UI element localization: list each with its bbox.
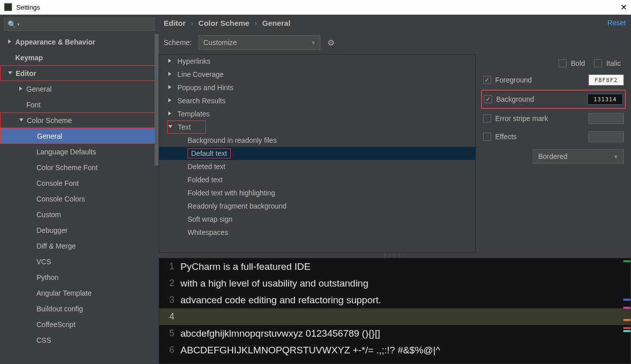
foreground-color[interactable]: F8F8F2 bbox=[588, 74, 624, 86]
gear-icon[interactable]: ⚙ bbox=[327, 38, 335, 48]
sidebar-item-label: Color Scheme Font bbox=[36, 164, 98, 172]
category-text-folded-text-with-highlighting[interactable]: Folded text with highlighting bbox=[159, 186, 475, 199]
preview-text: ABCDEFGHIJKLMNOPQRSTUVWXYZ +-*/= .,;:!? … bbox=[180, 345, 440, 356]
svg-marker-0 bbox=[8, 39, 11, 44]
search-icon: 🔍 bbox=[8, 20, 16, 28]
preview-editor[interactable]: 1PyCharm is a full-featured IDE2with a h… bbox=[159, 258, 631, 364]
sidebar-item-font[interactable]: Font bbox=[0, 97, 159, 112]
preview-text: with a high level of usability and outst… bbox=[180, 278, 368, 289]
stripe-color[interactable] bbox=[588, 113, 624, 124]
titlebar: Settings ✕ bbox=[0, 0, 631, 15]
preview-line: 3advanced code editing and refactoring s… bbox=[159, 292, 630, 308]
sidebar-item-python[interactable]: Python bbox=[0, 269, 159, 285]
sidebar-item-keymap[interactable]: Keymap bbox=[0, 50, 159, 65]
splitter-handle[interactable]: : : : : : bbox=[159, 253, 631, 258]
scheme-value: Customize bbox=[203, 38, 237, 47]
category-line-coverage[interactable]: Line Coverage bbox=[159, 68, 475, 81]
category-panel: HyperlinksLine CoveragePopups and HintsS… bbox=[159, 54, 476, 253]
sidebar-item-console-font[interactable]: Console Font bbox=[0, 175, 159, 191]
close-icon[interactable]: ✕ bbox=[620, 3, 627, 12]
sidebar-item-label: Editor bbox=[16, 69, 36, 77]
svg-marker-4 bbox=[168, 59, 171, 63]
line-number: 1 bbox=[159, 261, 174, 272]
sidebar-item-label: Buildout config bbox=[36, 305, 83, 313]
category-label: Folded text bbox=[188, 176, 222, 184]
category-list[interactable]: HyperlinksLine CoveragePopups and HintsS… bbox=[159, 55, 475, 252]
search-input[interactable]: 🔍 ▾ bbox=[4, 18, 155, 31]
category-text-deleted-text[interactable]: Deleted text bbox=[159, 160, 475, 173]
stripe-checkbox[interactable] bbox=[483, 114, 491, 123]
preview-line: 4 bbox=[159, 308, 630, 325]
sidebar-item-label: Appearance & Behavior bbox=[15, 38, 95, 46]
breadcrumb: Editor › Color Scheme › General Reset bbox=[159, 15, 631, 31]
effects-type-select[interactable]: Bordered ▼ bbox=[533, 149, 624, 164]
sidebar-item-label: Python bbox=[36, 273, 59, 281]
bold-label: Bold bbox=[571, 59, 585, 67]
sidebar-item-label: Color Scheme bbox=[27, 116, 72, 125]
breadcrumb-editor[interactable]: Editor bbox=[164, 19, 185, 27]
settings-tree[interactable]: Appearance & BehaviorKeymapEditorGeneral… bbox=[0, 34, 159, 364]
sidebar-item-buildout-config[interactable]: Buildout config bbox=[0, 301, 159, 316]
italic-label: Italic bbox=[606, 59, 621, 67]
preview-text: abcdefghijklmnopqrstuvwxyz 0123456789 ()… bbox=[180, 328, 380, 339]
effects-type-value: Bordered bbox=[538, 152, 568, 160]
sidebar-item-label: General bbox=[26, 85, 52, 93]
line-number: 6 bbox=[159, 345, 174, 355]
effects-checkbox[interactable] bbox=[483, 133, 491, 141]
sidebar-item-label: Diff & Merge bbox=[36, 242, 76, 250]
breadcrumb-general: General bbox=[262, 19, 290, 27]
sidebar-item-color-scheme[interactable]: Color Scheme bbox=[0, 112, 159, 128]
attributes-panel: Bold Italic Foreground F8F8F2 bbox=[476, 54, 631, 253]
effects-color[interactable] bbox=[588, 131, 624, 142]
reset-link[interactable]: Reset bbox=[607, 19, 626, 27]
category-text-readonly-fragment-background[interactable]: Readonly fragment background bbox=[159, 199, 475, 213]
chevron-down-icon: ▼ bbox=[311, 40, 316, 46]
sidebar-item-angular-template[interactable]: Angular Template bbox=[0, 285, 159, 301]
category-text-whitespaces[interactable]: Whitespaces bbox=[159, 226, 475, 239]
preview-line: 1PyCharm is a full-featured IDE bbox=[159, 258, 630, 275]
category-search-results[interactable]: Search Results bbox=[159, 94, 475, 107]
scrollbar[interactable] bbox=[155, 34, 159, 166]
bold-checkbox[interactable] bbox=[559, 59, 567, 67]
category-text-soft-wrap-sign[interactable]: Soft wrap sign bbox=[159, 213, 475, 226]
sidebar-item-general[interactable]: General bbox=[0, 128, 159, 144]
category-text[interactable]: Text bbox=[167, 120, 206, 134]
sidebar-item-coffeescript[interactable]: CoffeeScript bbox=[0, 316, 159, 332]
effects-label: Effects bbox=[495, 133, 517, 141]
category-label: Soft wrap sign bbox=[188, 215, 233, 223]
sidebar-item-label: Console Colors bbox=[36, 195, 85, 203]
sidebar-item-color-scheme-font[interactable]: Color Scheme Font bbox=[0, 159, 159, 175]
category-text-background-in-readonly-files[interactable]: Background in readonly files bbox=[159, 134, 475, 147]
sidebar: 🔍 ▾ Appearance & BehaviorKeymapEditorGen… bbox=[0, 15, 159, 364]
background-label: Background bbox=[496, 95, 534, 103]
category-hyperlinks[interactable]: Hyperlinks bbox=[159, 55, 475, 68]
sidebar-item-console-colors[interactable]: Console Colors bbox=[0, 191, 159, 207]
category-label: Text bbox=[178, 123, 191, 131]
sidebar-item-custom[interactable]: Custom bbox=[0, 207, 159, 222]
breadcrumb-colorscheme[interactable]: Color Scheme bbox=[198, 19, 249, 27]
scheme-select[interactable]: Customize ▼ bbox=[199, 35, 320, 50]
svg-marker-8 bbox=[168, 111, 171, 115]
svg-marker-2 bbox=[19, 87, 22, 91]
chevron-right-icon: › bbox=[254, 19, 257, 27]
sidebar-item-css[interactable]: CSS bbox=[0, 332, 159, 348]
sidebar-item-vcs[interactable]: VCS bbox=[0, 254, 159, 269]
line-number: 5 bbox=[159, 328, 174, 339]
sidebar-item-general[interactable]: General bbox=[0, 81, 159, 97]
sidebar-item-diff-merge[interactable]: Diff & Merge bbox=[0, 238, 159, 254]
sidebar-item-debugger[interactable]: Debugger bbox=[0, 222, 159, 238]
sidebar-item-editor[interactable]: Editor bbox=[0, 65, 159, 81]
sidebar-item-language-defaults[interactable]: Language Defaults bbox=[0, 144, 159, 159]
background-color[interactable]: 131314 bbox=[587, 94, 623, 105]
category-templates[interactable]: Templates bbox=[159, 107, 475, 120]
sidebar-item-label: CSS bbox=[36, 336, 51, 344]
category-popups-and-hints[interactable]: Popups and Hints bbox=[159, 81, 475, 94]
category-text-default-text[interactable]: Default text bbox=[159, 147, 475, 160]
category-text-folded-text[interactable]: Folded text bbox=[159, 173, 475, 186]
background-row-annotation: Background 131314 bbox=[481, 90, 626, 109]
preview-line: 5abcdefghijklmnopqrstuvwxyz 0123456789 (… bbox=[159, 325, 630, 342]
background-checkbox[interactable] bbox=[484, 95, 492, 103]
foreground-checkbox[interactable] bbox=[483, 76, 491, 84]
sidebar-item-appearance-behavior[interactable]: Appearance & Behavior bbox=[0, 34, 159, 50]
italic-checkbox[interactable] bbox=[594, 59, 602, 67]
